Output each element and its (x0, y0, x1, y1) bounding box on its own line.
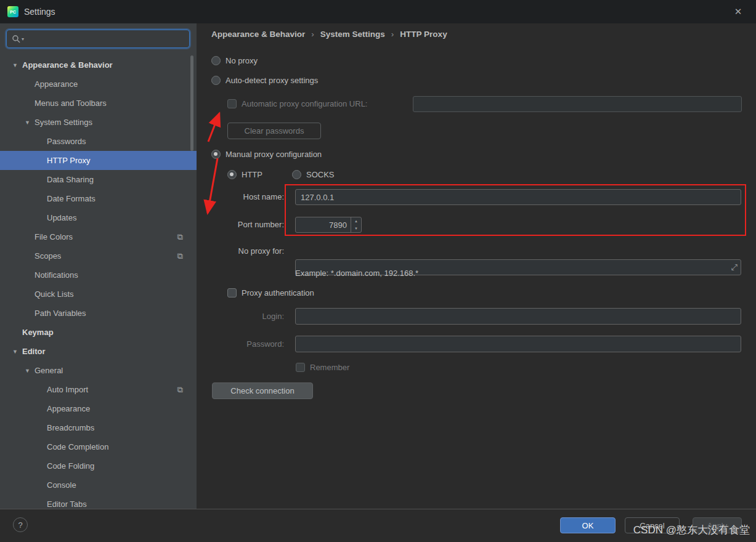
sidebar-item-label: Path Variables (35, 309, 86, 318)
chevron-down-icon[interactable]: ▼ (12, 349, 22, 355)
stepper-down-icon[interactable]: ▼ (351, 225, 361, 232)
sidebar-item-label: Updates (47, 213, 76, 222)
no-proxy-for-label: No proxy for: (197, 243, 284, 259)
sidebar-item-label: File Colors (35, 232, 73, 241)
socks-radio[interactable] (292, 170, 301, 179)
auto-url-label: Automatic proxy configuration URL: (242, 99, 367, 108)
sidebar-item-label: Appearance & Behavior (22, 60, 113, 70)
port-stepper: ▲ ▼ (351, 217, 361, 232)
sidebar-item-label: Keymap (22, 328, 54, 337)
sidebar-item-date-formats[interactable]: Date Formats (0, 189, 197, 208)
sidebar-item-appearance-behavior[interactable]: ▼ Appearance & Behavior (0, 55, 197, 75)
stepper-up-icon[interactable]: ▲ (351, 217, 361, 225)
auto-url-input[interactable] (413, 96, 742, 112)
sidebar-item-label: Auto Import (47, 385, 88, 394)
sidebar-item-label: Breadcrumbs (47, 423, 94, 432)
sidebar-item-label: Code Folding (47, 461, 94, 471)
chevron-down-icon[interactable]: ▼ (25, 368, 35, 374)
sidebar-item-editor[interactable]: ▼ Editor (0, 342, 197, 361)
sidebar-item-label: Data Sharing (47, 175, 94, 184)
sidebar-item-menus-toolbars[interactable]: Menus and Toolbars (0, 94, 197, 113)
auto-url-checkbox[interactable] (227, 99, 237, 108)
proxy-authentication-label: Proxy authentication (242, 288, 314, 297)
host-name-label: Host name: (197, 189, 284, 205)
sidebar-item-label: Menus and Toolbars (35, 99, 107, 108)
login-input[interactable] (295, 308, 741, 325)
http-proxy-panel: Appearance & Behavior › System Settings … (197, 23, 756, 509)
search-box[interactable]: ▾ (6, 30, 190, 48)
sidebar-item-path-variables[interactable]: Path Variables (0, 304, 197, 323)
sidebar-item-notifications[interactable]: Notifications (0, 265, 197, 285)
chevron-down-icon[interactable]: ▼ (12, 62, 22, 68)
sidebar-item-data-sharing[interactable]: Data Sharing (0, 170, 197, 189)
breadcrumb-separator-icon: › (311, 30, 314, 39)
sidebar-item-updates[interactable]: Updates (0, 208, 197, 227)
sidebar-item-label: Appearance (47, 404, 90, 413)
sidebar-item-label: Editor Tabs (47, 500, 87, 509)
host-name-input[interactable] (295, 189, 741, 205)
breadcrumb-part[interactable]: System Settings (320, 30, 385, 39)
sidebar-item-system-settings[interactable]: ▼ System Settings (0, 113, 197, 132)
manual-proxy-label: Manual proxy configuration (226, 150, 322, 159)
apply-button[interactable]: Apply (693, 517, 742, 533)
sidebar-item-auto-import[interactable]: Auto Import ⧉ (0, 380, 197, 399)
sidebar-item-appearance-editor[interactable]: Appearance (0, 399, 197, 418)
socks-label: SOCKS (306, 170, 335, 179)
sidebar-item-editor-tabs[interactable]: Editor Tabs (0, 495, 197, 509)
sidebar-item-quick-lists[interactable]: Quick Lists (0, 285, 197, 304)
breadcrumb-part[interactable]: Appearance & Behavior (211, 30, 305, 39)
breadcrumb: Appearance & Behavior › System Settings … (211, 30, 447, 39)
sidebar-item-label: HTTP Proxy (47, 156, 91, 165)
sidebar-item-keymap[interactable]: Keymap (0, 323, 197, 342)
breadcrumb-separator-icon: › (391, 30, 394, 39)
password-input[interactable] (295, 336, 741, 352)
http-radio[interactable] (227, 170, 237, 179)
settings-dialog: PC Settings ✕ ▾ ▼ Appearance & Behavior … (0, 0, 756, 542)
settings-tree: ▼ Appearance & Behavior Appearance Menus… (0, 55, 197, 509)
dialog-footer: ? OK Cancel Apply CSDN @憨东大没有食堂 (0, 509, 756, 542)
sidebar-item-appearance[interactable]: Appearance (0, 75, 197, 94)
no-proxy-radio[interactable] (211, 56, 221, 65)
help-button[interactable]: ? (13, 517, 28, 532)
breadcrumb-part: HTTP Proxy (400, 30, 447, 39)
sidebar-item-label: Editor (22, 347, 46, 356)
sidebar-item-code-completion[interactable]: Code Completion (0, 437, 197, 456)
port-number-label: Port number: (197, 217, 284, 233)
sidebar-item-label: Quick Lists (35, 289, 74, 299)
sidebar-item-file-colors[interactable]: File Colors ⧉ (0, 227, 197, 246)
proxy-authentication-checkbox[interactable] (227, 288, 237, 297)
sidebar-item-general[interactable]: ▼ General (0, 361, 197, 380)
shared-config-icon: ⧉ (177, 232, 183, 242)
sidebar-scrollbar[interactable] (190, 55, 193, 151)
sidebar-item-label: Passwords (47, 137, 86, 146)
sidebar-item-code-folding[interactable]: Code Folding (0, 456, 197, 475)
search-icon (12, 34, 20, 43)
http-label: HTTP (242, 170, 262, 179)
manual-proxy-radio[interactable] (211, 150, 221, 159)
sidebar-item-breadcrumbs[interactable]: Breadcrumbs (0, 418, 197, 437)
sidebar-item-scopes[interactable]: Scopes ⧉ (0, 246, 197, 265)
close-icon[interactable]: ✕ (731, 5, 745, 18)
sidebar-item-passwords[interactable]: Passwords (0, 132, 197, 151)
title-bar: PC Settings ✕ (0, 0, 756, 23)
question-icon: ? (18, 520, 22, 530)
chevron-down-icon[interactable]: ▼ (25, 119, 35, 126)
shared-config-icon: ⧉ (177, 251, 183, 261)
search-input[interactable] (28, 34, 184, 44)
check-connection-button[interactable]: Check connection (212, 382, 313, 399)
sidebar-item-label: Appearance (35, 79, 78, 89)
pycharm-logo-icon: PC (7, 6, 18, 17)
sidebar-item-console[interactable]: Console (0, 475, 197, 495)
search-chevron-icon: ▾ (22, 36, 24, 42)
cancel-button[interactable]: Cancel (625, 517, 680, 533)
port-number-input[interactable] (296, 217, 351, 232)
sidebar-item-http-proxy[interactable]: HTTP Proxy (0, 151, 197, 170)
auto-detect-proxy-radio[interactable] (211, 76, 221, 85)
example-hint: Example: *.domain.com, 192.168.* (295, 269, 418, 278)
remember-checkbox[interactable] (296, 363, 305, 372)
clear-passwords-button[interactable]: Clear passwords (227, 123, 321, 139)
expand-field-icon[interactable]: ⤢ (731, 262, 738, 272)
ok-button[interactable]: OK (560, 517, 616, 533)
sidebar-item-label: Console (47, 480, 76, 490)
settings-sidebar: ▾ ▼ Appearance & Behavior Appearance Men… (0, 23, 197, 509)
